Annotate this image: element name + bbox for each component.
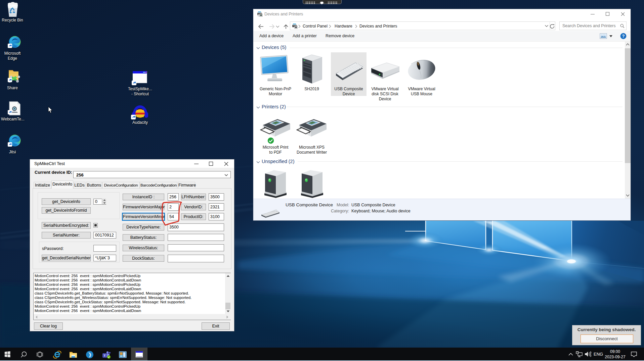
svg-text:T: T bbox=[104, 354, 106, 357]
